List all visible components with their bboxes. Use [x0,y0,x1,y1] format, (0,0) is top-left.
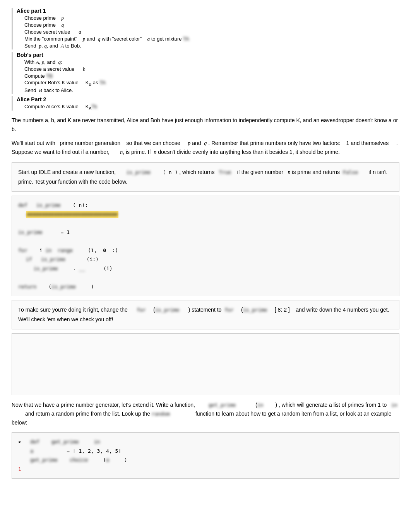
code-block-2: > def get_prime in a = [ 1, 2, 3, 4, 5] … [12,432,399,479]
instruction-box-1: Start up IDLE and create a new function,… [12,162,399,192]
alice-part2-section: Alice Part 2 Compute Alice's K value KAT… [12,96,399,111]
prose-block-2: We'll start out with prime number genera… [12,139,399,157]
alice-outline-item-4: Mix the "common paint" p and q with "sec… [24,36,399,43]
prose-block-1: The numbers a, b, and K are never transm… [12,116,399,133]
bobs-outline-item-1: Choose a secret value b [24,66,399,73]
alice-part1-header: Alice part 1 [17,8,399,14]
bobs-part-header: Bob's part [17,52,399,58]
bobs-outline-item-2: Compute TB [24,73,399,79]
bobs-outline-item-3: Computer Bob's K value KB as TA [24,79,399,87]
alice-part2-outline: Alice Part 2 Compute Alice's K value KAT… [12,96,399,111]
alice-outline-item-5: Send p, q, and A to Bob. [24,43,399,49]
alice-outline-item-2: Choose prime q [24,22,399,29]
alice-outline-item-1: Choose prime p [24,15,399,22]
bobs-outline-item-4: Send B back to Alice. [24,87,399,94]
bobs-part-sub: With A, p, and q: [24,59,399,66]
alice-part1-outline: Alice part 1 Choose prime p Choose prime… [12,8,399,49]
prose-block-3: To make sure you're doing it right, chan… [12,300,399,329]
bobs-part-section: Bob's part With A, p, and q: Choose a se… [12,52,399,94]
code-block-1: def is_prime ( n): #####################… [12,196,399,296]
answer-box [12,333,399,395]
alice-outline-item-3: Choose secret value a [24,29,399,36]
alice-part2-item-1: Compute Alice's K value KATk [24,103,399,111]
alice-part2-header: Alice Part 2 [17,96,399,102]
alice-part1-section: Alice part 1 Choose prime p Choose prime… [12,8,399,49]
prose-block-4: Now that we have a prime number generato… [12,401,399,427]
bobs-part-outline: Bob's part With A, p, and q: Choose a se… [12,52,399,94]
